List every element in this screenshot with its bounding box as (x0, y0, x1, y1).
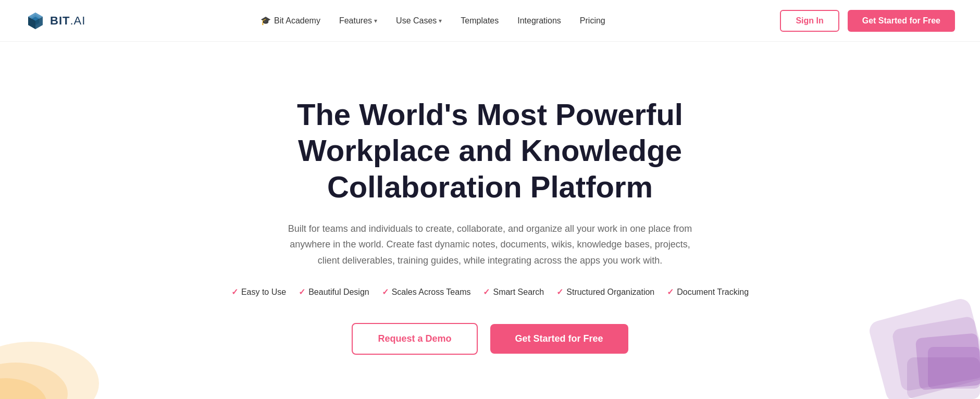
navbar: BIT.AI 🎓 Bit Academy Features ▾ Use Case… (0, 0, 980, 42)
sign-in-button[interactable]: Sign In (780, 10, 839, 32)
logo[interactable]: BIT.AI (25, 10, 85, 31)
nav-item-features[interactable]: Features ▾ (339, 16, 377, 26)
svg-rect-13 (907, 357, 980, 399)
academy-icon: 🎓 (260, 16, 271, 26)
hero-title: The World's Most Powerful Workplace and … (230, 96, 751, 205)
checkmark-icon: ✓ (231, 287, 238, 297)
feature-smart-search: ✓ Smart Search (483, 287, 544, 297)
nav-item-bit-academy[interactable]: 🎓 Bit Academy (260, 16, 320, 26)
chevron-down-icon: ▾ (439, 17, 442, 24)
feature-scales-across-teams: ✓ Scales Across Teams (382, 287, 471, 297)
cta-buttons: Request a Demo Get Started for Free (230, 323, 751, 355)
checkmark-icon: ✓ (483, 287, 490, 297)
checkmark-icon: ✓ (382, 287, 389, 297)
nav-item-use-cases[interactable]: Use Cases ▾ (396, 16, 442, 26)
nav-item-templates[interactable]: Templates (461, 16, 499, 26)
nav-actions: Sign In Get Started for Free (780, 10, 955, 32)
chevron-down-icon: ▾ (374, 17, 377, 24)
hero-content: The World's Most Powerful Workplace and … (230, 96, 751, 355)
feature-document-tracking: ✓ Document Tracking (667, 287, 749, 297)
hero-section: The World's Most Powerful Workplace and … (0, 42, 980, 399)
get-started-nav-button[interactable]: Get Started for Free (848, 10, 955, 32)
feature-beautiful-design: ✓ Beautiful Design (299, 287, 369, 297)
get-started-hero-button[interactable]: Get Started for Free (490, 324, 628, 354)
logo-icon (25, 10, 46, 31)
request-demo-button[interactable]: Request a Demo (352, 323, 477, 355)
nav-item-pricing[interactable]: Pricing (580, 16, 605, 26)
nav-links: 🎓 Bit Academy Features ▾ Use Cases ▾ Tem… (260, 16, 605, 26)
blob-right-decoration (824, 284, 980, 399)
nav-item-integrations[interactable]: Integrations (517, 16, 561, 26)
logo-text: BIT.AI (50, 14, 85, 28)
features-row: ✓ Easy to Use ✓ Beautiful Design ✓ Scale… (230, 287, 751, 297)
feature-structured-organization: ✓ Structured Organization (556, 287, 654, 297)
checkmark-icon: ✓ (556, 287, 563, 297)
checkmark-icon: ✓ (667, 287, 674, 297)
feature-easy-to-use: ✓ Easy to Use (231, 287, 286, 297)
blob-left-decoration (0, 279, 120, 399)
hero-subtitle: Built for teams and individuals to creat… (287, 221, 693, 269)
checkmark-icon: ✓ (299, 287, 305, 297)
